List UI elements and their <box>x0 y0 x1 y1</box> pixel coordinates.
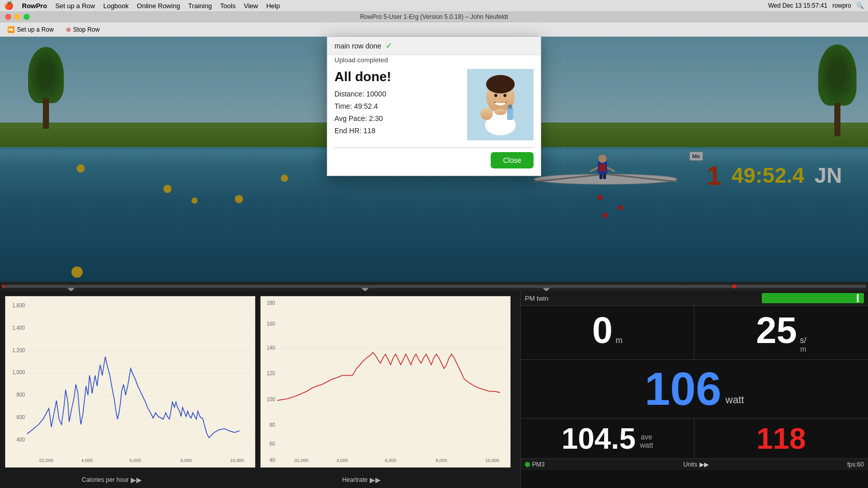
apple-menu[interactable]: 🍎 <box>4 1 14 10</box>
athlete-svg <box>467 69 534 140</box>
svg-text:6,000: 6,000 <box>130 457 141 462</box>
close-window-button[interactable] <box>5 14 11 20</box>
pm-spm-cell: 25 s/ m <box>694 306 868 359</box>
menu-search-icon[interactable]: 🔍 <box>856 2 864 9</box>
pm-units-section[interactable]: Units ▶▶ <box>683 461 708 468</box>
calories-arrow-icon[interactable]: ▶▶ <box>131 476 142 484</box>
pm-hr-value: 118 <box>757 422 806 455</box>
modal-overlay: main row done ✓ Upload completed All don… <box>0 37 868 282</box>
pm-fps-label: fps:60 <box>847 461 864 468</box>
pm-distance-value: 0 <box>592 312 613 349</box>
time-value: 49:52.4 <box>354 102 378 110</box>
pm-spm-unit2: m <box>800 345 806 353</box>
svg-rect-57 <box>507 107 513 120</box>
svg-text:1,000: 1,000 <box>12 370 25 375</box>
modal-title-section: All done! <box>334 69 467 90</box>
svg-text:10,000: 10,000 <box>485 457 499 462</box>
result-modal: main row done ✓ Upload completed All don… <box>327 37 541 176</box>
modal-hr: End HR: 118 <box>334 127 467 135</box>
svg-text:6,000: 6,000 <box>385 457 396 462</box>
pm-hr-cell: 118 <box>694 419 868 458</box>
stop-row-button[interactable]: ⊗ Stop Row <box>63 25 103 34</box>
pm-watt-value: 106 <box>645 366 721 412</box>
svg-text:800: 800 <box>16 392 25 398</box>
svg-point-59 <box>480 108 493 120</box>
pm-spm-unit: s/ <box>800 336 806 345</box>
calories-chart-label[interactable]: Calories per hour ▶▶ <box>82 476 142 484</box>
pm-watt-row: 106 watt <box>521 360 868 419</box>
hr-label: End HR: <box>334 127 361 135</box>
svg-point-51 <box>486 75 515 93</box>
pm-watt-label: watt <box>726 394 744 412</box>
pm-header: PM twin <box>521 291 868 306</box>
calories-chart-svg: 1,600 1,400 1,200 1,000 800 600 400 02,0… <box>6 297 255 467</box>
svg-text:100: 100 <box>267 396 275 402</box>
pm-green-bar <box>762 293 864 303</box>
modal-footer: Close <box>327 152 541 176</box>
maximize-window-button[interactable] <box>23 14 30 20</box>
time-label: Time: <box>334 102 352 110</box>
svg-text:180: 180 <box>267 300 275 305</box>
calories-chart: 1,600 1,400 1,200 1,000 800 600 400 02,0… <box>5 296 255 468</box>
charts-area: 1,600 1,400 1,200 1,000 800 600 400 02,0… <box>0 291 521 488</box>
svg-text:80: 80 <box>270 422 275 427</box>
calories-label-text: Calories per hour <box>82 476 129 483</box>
svg-text:140: 140 <box>267 345 275 351</box>
menu-help[interactable]: Help <box>266 2 280 10</box>
stop-icon: ⊗ <box>66 26 71 33</box>
pm-distance-unit: m <box>616 336 622 345</box>
progress-area <box>0 282 868 291</box>
minimize-window-button[interactable] <box>14 14 20 20</box>
pm-bottom-row: 104.5 ave watt 118 <box>521 419 868 459</box>
svg-text:1,600: 1,600 <box>12 303 25 308</box>
menu-datetime: Wed Dec 13 15:57:41 <box>768 2 827 9</box>
athlete-photo <box>467 69 534 140</box>
setup-icon: ⏩ <box>7 26 15 33</box>
checkmark-icon: ✓ <box>385 41 392 51</box>
svg-point-52 <box>494 94 497 97</box>
heartrate-chart: 180 160 140 120 100 80 60 40 02,000 4,00… <box>260 296 511 468</box>
menu-rowpro[interactable]: RowPro <box>22 2 47 10</box>
svg-text:8,000: 8,000 <box>436 457 447 462</box>
svg-text:4,000: 4,000 <box>336 457 348 462</box>
heartrate-arrow-icon[interactable]: ▶▶ <box>370 476 381 484</box>
menu-view[interactable]: View <box>244 2 258 10</box>
menu-online-rowing[interactable]: Online Rowing <box>137 2 180 10</box>
modal-header: main row done ✓ <box>327 37 541 55</box>
modal-distance: Distance: 10000 <box>334 90 467 98</box>
modal-pace: Avg Pace: 2:30 <box>334 114 467 123</box>
svg-rect-58 <box>508 105 512 109</box>
toolbar: ⏩ Set up a Row ⊗ Stop Row <box>0 22 868 37</box>
pm-panel: PM twin 0 m 25 s/ m 106 watt 104.5 ave w… <box>521 291 868 488</box>
svg-text:4,000: 4,000 <box>81 457 92 462</box>
svg-point-60 <box>494 109 507 115</box>
svg-text:160: 160 <box>267 321 275 327</box>
svg-text:1,200: 1,200 <box>12 347 25 353</box>
pm-title: PM twin <box>525 295 548 302</box>
traffic-lights <box>5 14 30 20</box>
pm-status-dot <box>525 462 530 467</box>
setup-row-button[interactable]: ⏩ Set up a Row <box>4 25 57 34</box>
pm-ave-cell: 104.5 ave watt <box>521 419 694 458</box>
stop-label: Stop Row <box>73 26 100 33</box>
pm-ave-label: ave <box>640 433 653 441</box>
svg-text:02,000: 02,000 <box>295 457 308 462</box>
heartrate-label-text: Heartrate <box>342 476 368 483</box>
menu-setup[interactable]: Set up a Row <box>55 2 95 10</box>
current-position-marker <box>2 285 4 288</box>
heartrate-chart-label[interactable]: Heartrate ▶▶ <box>342 476 381 484</box>
modal-stats-section: All done! Distance: 10000 Time: 49:52.4 … <box>334 69 467 140</box>
menu-training[interactable]: Training <box>188 2 212 10</box>
pm-units-arrow-icon[interactable]: ▶▶ <box>700 461 709 468</box>
close-button[interactable]: Close <box>491 152 534 168</box>
menu-logbook[interactable]: Logbook <box>103 2 129 10</box>
pace-value: 2:30 <box>369 114 382 123</box>
menu-tools[interactable]: Tools <box>220 2 235 10</box>
svg-text:400: 400 <box>16 437 25 443</box>
pace-label: Avg Pace: <box>334 114 367 123</box>
svg-text:120: 120 <box>267 371 275 376</box>
modal-content-top: All done! Distance: 10000 Time: 49:52.4 … <box>327 64 541 143</box>
svg-text:8,000: 8,000 <box>180 457 191 462</box>
pm-metrics-row: 0 m 25 s/ m <box>521 306 868 360</box>
pm-units-label: Units <box>683 461 697 468</box>
